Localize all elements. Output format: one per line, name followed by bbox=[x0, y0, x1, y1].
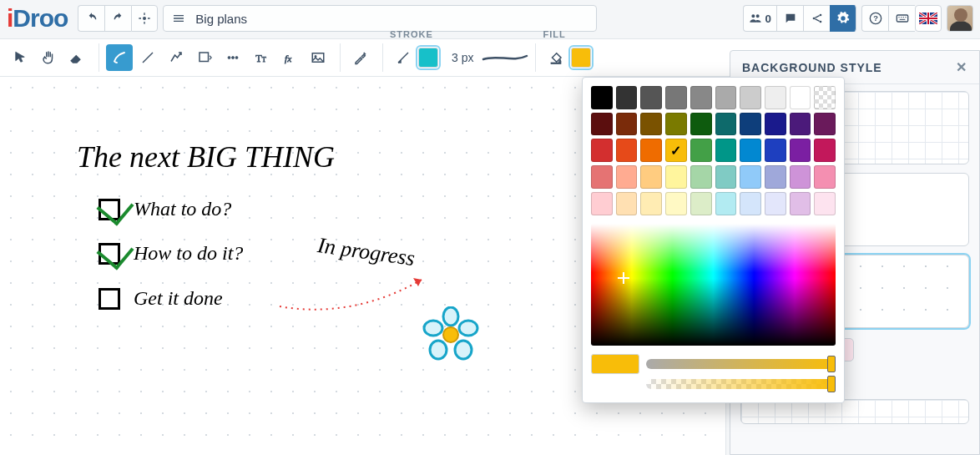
locate-button[interactable] bbox=[131, 5, 158, 32]
palette-cell[interactable] bbox=[640, 192, 662, 215]
stroke-preview[interactable] bbox=[482, 53, 528, 63]
palette-cell[interactable] bbox=[790, 139, 811, 162]
svg-point-11 bbox=[235, 57, 238, 59]
palette-cell[interactable] bbox=[814, 192, 836, 215]
fill-color-swatch[interactable] bbox=[571, 48, 591, 68]
keyboard-icon bbox=[896, 12, 909, 25]
palette-cell[interactable] bbox=[814, 139, 836, 162]
alpha-slider[interactable] bbox=[646, 379, 836, 389]
pen-tool[interactable] bbox=[106, 44, 133, 71]
palette-cell[interactable] bbox=[814, 165, 836, 189]
palette-cell[interactable] bbox=[616, 165, 638, 189]
svg-point-23 bbox=[443, 327, 458, 342]
palette-cell[interactable] bbox=[591, 86, 613, 109]
eyedropper-tool[interactable] bbox=[347, 44, 374, 71]
palette-cell[interactable] bbox=[665, 139, 687, 162]
select-tool[interactable] bbox=[7, 44, 33, 71]
palette-cell[interactable] bbox=[765, 165, 786, 189]
palette-cell[interactable] bbox=[715, 165, 737, 189]
menu-icon bbox=[172, 12, 185, 25]
palette-cell[interactable] bbox=[765, 86, 786, 109]
image-tool[interactable] bbox=[305, 44, 331, 71]
stroke-width-value[interactable]: 3 px bbox=[452, 51, 473, 64]
palette-cell[interactable] bbox=[765, 113, 786, 136]
palette-cell[interactable] bbox=[814, 86, 836, 109]
palette-cell[interactable] bbox=[690, 113, 712, 136]
palette-cell[interactable] bbox=[715, 139, 737, 162]
todo-text: Get it done bbox=[134, 287, 223, 310]
color-spectrum[interactable] bbox=[591, 224, 836, 346]
palette-cell[interactable] bbox=[715, 86, 737, 109]
palette-cell[interactable] bbox=[640, 165, 662, 189]
user-avatar[interactable] bbox=[947, 5, 973, 32]
document-title-field[interactable]: Big plans bbox=[163, 5, 597, 32]
chat-button[interactable] bbox=[776, 5, 803, 32]
palette-cell[interactable] bbox=[591, 165, 613, 189]
stroke-style-button[interactable] bbox=[390, 44, 417, 71]
palette-cell[interactable] bbox=[616, 113, 638, 136]
shape-tool[interactable] bbox=[191, 44, 218, 71]
redo-button[interactable] bbox=[104, 5, 131, 32]
palette-cell[interactable] bbox=[690, 165, 712, 189]
close-icon[interactable]: ✕ bbox=[956, 59, 967, 75]
saturation-slider[interactable] bbox=[646, 359, 836, 369]
palette-cell[interactable] bbox=[616, 86, 638, 109]
share-button[interactable] bbox=[803, 5, 830, 32]
palette-cell[interactable] bbox=[640, 113, 662, 136]
palette-cell[interactable] bbox=[765, 192, 786, 215]
eraser-tool[interactable] bbox=[63, 44, 90, 71]
palette-cell[interactable] bbox=[790, 165, 811, 189]
palette-cell[interactable] bbox=[665, 113, 687, 136]
spectrum-cursor[interactable] bbox=[618, 272, 629, 284]
fill-bucket-button[interactable] bbox=[543, 44, 569, 71]
help-button[interactable]: ? bbox=[861, 5, 888, 32]
palette-cell[interactable] bbox=[591, 139, 613, 162]
keyboard-button[interactable] bbox=[888, 5, 915, 32]
stroke-color-swatch[interactable] bbox=[418, 48, 438, 68]
participants-button[interactable]: 0 bbox=[743, 5, 776, 32]
arrow-tool[interactable] bbox=[163, 44, 189, 71]
palette-cell[interactable] bbox=[591, 192, 613, 215]
text-tool[interactable]: TT bbox=[248, 44, 275, 71]
svg-text:T: T bbox=[262, 56, 266, 63]
palette-cell[interactable] bbox=[740, 113, 761, 136]
language-button[interactable] bbox=[915, 5, 942, 32]
checkbox-icon bbox=[99, 288, 120, 310]
slider-thumb[interactable] bbox=[827, 376, 836, 392]
canvas-title: The next BIG THING bbox=[77, 139, 335, 174]
palette-cell[interactable] bbox=[640, 86, 662, 109]
palette-cell[interactable] bbox=[715, 113, 737, 136]
settings-button[interactable] bbox=[830, 5, 856, 32]
palette-cell[interactable] bbox=[765, 139, 786, 162]
palette-cell[interactable] bbox=[665, 192, 687, 215]
palette-cell[interactable] bbox=[790, 192, 811, 215]
undo-button[interactable] bbox=[78, 5, 104, 32]
palette-cell[interactable] bbox=[690, 192, 712, 215]
palette-cell[interactable] bbox=[665, 86, 687, 109]
palette-cell[interactable] bbox=[814, 113, 836, 136]
palette-cell[interactable] bbox=[690, 139, 712, 162]
palette-cell[interactable] bbox=[790, 113, 811, 136]
palette-cell[interactable] bbox=[591, 113, 613, 136]
palette-cell[interactable] bbox=[665, 165, 687, 189]
palette-cell[interactable] bbox=[616, 139, 638, 162]
color-picker-popup bbox=[582, 77, 845, 403]
palette-cell[interactable] bbox=[715, 192, 737, 215]
pan-tool[interactable] bbox=[35, 44, 62, 71]
palette-cell[interactable] bbox=[790, 86, 811, 109]
palette-cell[interactable] bbox=[740, 139, 761, 162]
line-tool[interactable] bbox=[134, 44, 161, 71]
logo-droo: Droo bbox=[13, 4, 68, 32]
ellipsis-tool[interactable] bbox=[220, 44, 246, 71]
palette-cell[interactable] bbox=[740, 86, 761, 109]
palette-cell[interactable] bbox=[740, 192, 761, 215]
palette-cell[interactable] bbox=[616, 192, 638, 215]
palette-cell[interactable] bbox=[640, 139, 662, 162]
palette-cell[interactable] bbox=[690, 86, 712, 109]
svg-point-1 bbox=[812, 18, 815, 20]
svg-point-19 bbox=[459, 321, 477, 336]
formula-tool[interactable]: fx bbox=[276, 44, 303, 71]
todo-text: How to do it? bbox=[134, 242, 243, 265]
slider-thumb[interactable] bbox=[827, 356, 836, 372]
palette-cell[interactable] bbox=[740, 165, 761, 189]
